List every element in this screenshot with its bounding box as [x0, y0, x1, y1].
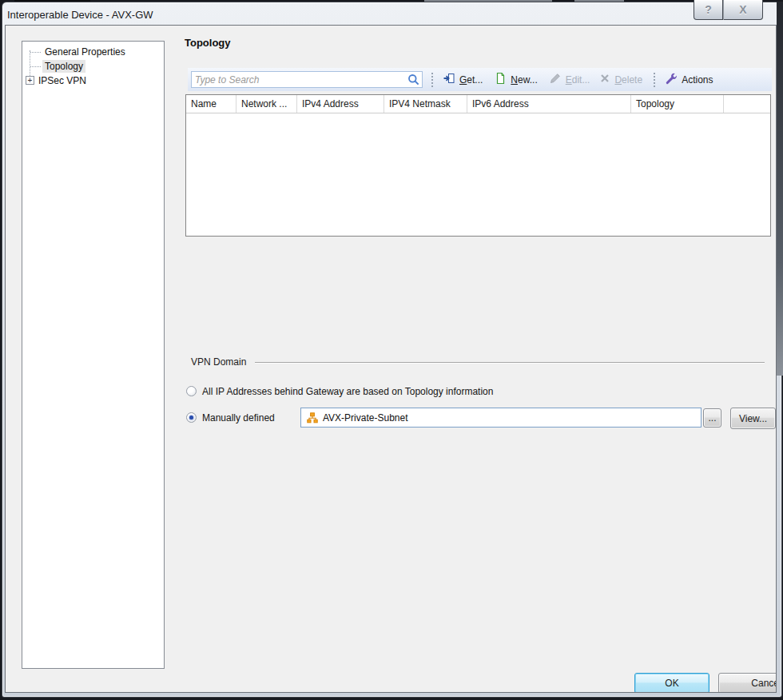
new-label: ew...: [518, 74, 538, 86]
tree-item-label[interactable]: Topology: [42, 60, 85, 73]
vpn-domain-group-label: VPN Domain: [191, 356, 246, 368]
actions-button[interactable]: Actions: [665, 72, 713, 87]
edit-button[interactable]: Edit...: [549, 72, 590, 87]
vpn-domain-value: AVX-Private-Subnet: [323, 412, 408, 424]
navigation-tree: General Properties Topology + IPSec VPN: [22, 41, 165, 669]
browse-button[interactable]: ...: [703, 408, 721, 428]
tree-expand-icon[interactable]: +: [26, 76, 34, 85]
tree-item-topology[interactable]: Topology: [22, 60, 85, 73]
ok-label: OK: [665, 678, 678, 689]
column-header-filler: [724, 95, 770, 113]
new-label-key: N: [511, 74, 518, 86]
view-button[interactable]: View...: [730, 408, 776, 429]
toolbar: Get... New... Edit...: [188, 68, 772, 91]
column-header-network[interactable]: Network ...: [236, 95, 297, 113]
close-button[interactable]: X: [723, 0, 763, 20]
vpn-domain-value-field[interactable]: AVX-Private-Subnet: [300, 408, 702, 428]
caption-buttons: ? X: [694, 0, 763, 20]
radio-manually-defined-label[interactable]: Manually defined: [202, 412, 275, 424]
get-label-key: G: [459, 74, 467, 86]
edit-label-key: E: [566, 74, 572, 86]
get-icon: [443, 72, 455, 87]
column-header-ipv4-netmask[interactable]: IPV4 Netmask: [384, 95, 467, 113]
column-header-topology[interactable]: Topology: [631, 95, 724, 113]
tree-item-general-properties[interactable]: General Properties: [22, 46, 128, 58]
page-title: Topology: [185, 37, 231, 49]
cancel-label: Cancel: [751, 678, 777, 689]
help-button[interactable]: ?: [694, 0, 723, 20]
window-edge: [777, 2, 783, 376]
browse-label: ...: [708, 412, 716, 424]
ok-button[interactable]: OK: [634, 673, 709, 693]
network-subnet-icon: [307, 412, 318, 424]
tree-item-ipsec-vpn[interactable]: + IPSec VPN: [22, 74, 89, 87]
toolbar-separator: [654, 73, 655, 87]
actions-wrench-icon: [665, 72, 678, 87]
delete-label-key: D: [614, 74, 622, 86]
close-icon: X: [739, 3, 746, 16]
tree-item-label[interactable]: General Properties: [42, 46, 128, 58]
search-icon: [406, 74, 422, 86]
column-header-ipv4-address[interactable]: IPv4 Address: [297, 95, 384, 113]
tree-item-label[interactable]: IPSec VPN: [36, 74, 89, 87]
get-label: et...: [467, 74, 483, 86]
view-label: View...: [739, 413, 767, 424]
column-header-name[interactable]: Name: [186, 95, 236, 113]
cancel-button[interactable]: Cancel: [718, 673, 777, 693]
table-header-row: Name Network ... IPv4 Address IPV4 Netma…: [186, 95, 770, 113]
toolbar-separator: [431, 73, 433, 87]
new-button[interactable]: New...: [494, 72, 537, 87]
delete-x-icon: [599, 73, 610, 86]
search-input[interactable]: [192, 74, 406, 86]
window-title: Interoperable Device - AVX-GW: [7, 9, 153, 21]
actions-label: Actions: [682, 74, 713, 86]
group-divider: [255, 362, 765, 364]
topology-table[interactable]: Name Network ... IPv4 Address IPV4 Netma…: [185, 94, 771, 237]
search-box[interactable]: [191, 71, 423, 88]
dialog-content: General Properties Topology + IPSec VPN …: [5, 25, 777, 693]
help-icon: ?: [705, 3, 712, 16]
radio-topology-based-label[interactable]: All IP Addresses behind Gateway are base…: [202, 386, 493, 397]
tree-branch-line: [30, 52, 41, 53]
edit-pencil-icon: [549, 72, 562, 87]
radio-topology-based[interactable]: [186, 386, 197, 396]
get-button[interactable]: Get...: [443, 72, 483, 87]
delete-button[interactable]: Delete: [599, 73, 642, 86]
radio-manually-defined[interactable]: [186, 412, 197, 423]
new-document-icon: [494, 72, 507, 87]
tree-branch-line: [30, 66, 41, 67]
edit-label: dit...: [572, 74, 590, 86]
column-header-ipv6-address[interactable]: IPv6 Address: [467, 95, 631, 113]
delete-label: elete: [622, 74, 642, 86]
